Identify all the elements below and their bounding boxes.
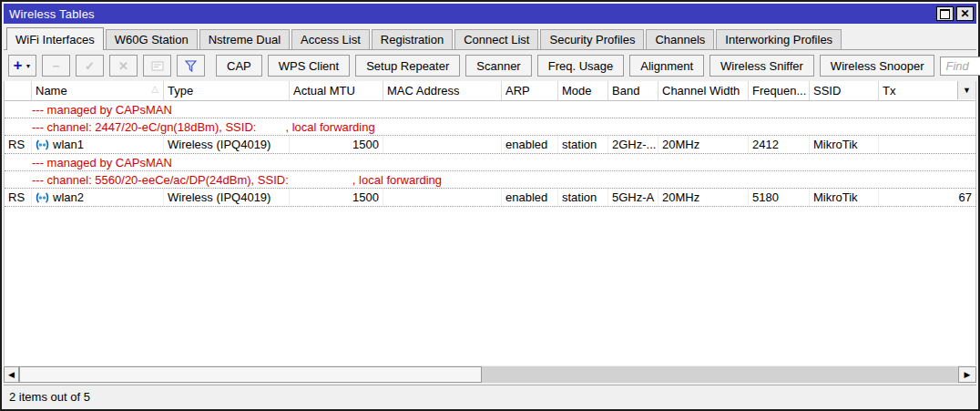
alignment-button[interactable]: Alignment [629, 55, 704, 77]
status-bar: 2 items out of 5 [4, 385, 976, 407]
cap-button[interactable]: CAP [216, 55, 262, 77]
table-body: --- managed by CAPsMAN--- channel: 2447/… [5, 101, 975, 207]
tab-channels[interactable]: Channels [646, 29, 714, 49]
comment-icon [151, 61, 164, 71]
note-text: --- managed by CAPsMAN [32, 103, 172, 117]
column-header-flags[interactable] [5, 81, 32, 100]
toolbar-text-buttons: CAPWPS ClientSetup RepeaterScannerFreq. … [216, 55, 934, 77]
tab-bar: WiFi InterfacesW60G StationNstreme DualA… [4, 24, 976, 50]
note-text: --- channel: 2447/20-eC/gn(18dBm), SSID: [32, 120, 256, 134]
close-button[interactable]: ✕ [956, 6, 974, 21]
column-header-frequen[interactable]: Frequen... [749, 81, 810, 100]
cell-actual-mtu: 1500 [290, 136, 383, 153]
title-bar[interactable]: Wireless Tables ✕ [4, 4, 976, 24]
cell-name: wlan2 [32, 189, 164, 206]
cell-mode: station [558, 189, 608, 206]
cell-frequen: 2412 [749, 136, 810, 153]
window-title: Wireless Tables [9, 7, 95, 21]
note-text: --- channel: 5560/20-eeCe/ac/DP(24dBm), … [32, 173, 289, 187]
capsman-note-row[interactable]: --- channel: 2447/20-eC/gn(18dBm), SSID:… [5, 118, 975, 136]
column-header-mac-address[interactable]: MAC Address [383, 81, 502, 100]
tab-interworking-profiles[interactable]: Interworking Profiles [716, 29, 842, 49]
cell-type: Wireless (IPQ4019) [164, 136, 290, 153]
cell-channel-width: 20MHz [658, 189, 749, 206]
cell-channel-width: 20MHz [658, 136, 749, 153]
interface-row-wlan1[interactable]: RS wlan1Wireless (IPQ4019)1500enabledsta… [5, 136, 975, 154]
tab-access-list[interactable]: Access List [291, 29, 370, 49]
tab-nstreme-dual[interactable]: Nstreme Dual [199, 29, 290, 49]
setup-repeater-button[interactable]: Setup Repeater [355, 55, 460, 77]
wps-client-button[interactable]: WPS Client [268, 55, 350, 77]
cell-mac-address [383, 189, 502, 206]
dropdown-caret-icon: ▼ [26, 63, 32, 69]
capsman-note-row[interactable]: --- channel: 5560/20-eeCe/ac/DP(24dBm), … [5, 171, 975, 189]
scroll-right-button[interactable]: ▶ [958, 366, 976, 383]
table-empty-area[interactable] [5, 207, 975, 365]
cell-actual-mtu: 1500 [290, 189, 383, 206]
column-header-channel-width[interactable]: Channel Width [658, 81, 749, 100]
cell-tx: 67 [879, 189, 975, 206]
wireless-tables-window: Wireless Tables ✕ WiFi InterfacesW60G St… [0, 0, 980, 411]
comment-button[interactable] [143, 55, 171, 77]
cell-frequen: 5180 [749, 189, 810, 206]
sort-ascending-icon: △ [151, 85, 158, 94]
x-icon: ✕ [118, 60, 128, 72]
close-icon: ✕ [960, 8, 969, 19]
column-header-mode[interactable]: Mode [558, 81, 608, 100]
cell-arp: enabled [502, 136, 558, 153]
scroll-left-button[interactable]: ◀ [4, 366, 19, 383]
column-header-arp[interactable]: ARP [502, 81, 558, 100]
cell-ssid: MikroTik [810, 189, 879, 206]
scanner-button[interactable]: Scanner [465, 55, 531, 77]
capsman-note-row[interactable]: --- managed by CAPsMAN [5, 154, 975, 171]
cell-type: Wireless (IPQ4019) [164, 189, 290, 206]
find-input[interactable] [940, 57, 980, 76]
tab-w60g-station[interactable]: W60G Station [106, 29, 198, 49]
note-text: --- managed by CAPsMAN [32, 156, 172, 170]
cell-band: 5GHz-A [608, 189, 658, 206]
column-header-band[interactable]: Band [608, 81, 658, 100]
tab-registration[interactable]: Registration [372, 29, 453, 49]
column-header-ssid[interactable]: SSID [810, 81, 879, 100]
column-header-name[interactable]: Name△ [32, 81, 164, 100]
horizontal-scrollbar[interactable]: ◀ ▶ [4, 366, 976, 383]
add-interface-button[interactable]: + ▼ [8, 55, 36, 77]
note-text: , local forwarding [352, 173, 442, 187]
column-header-type[interactable]: Type [164, 81, 290, 100]
interface-row-wlan2[interactable]: RS wlan2Wireless (IPQ4019)1500enabledsta… [5, 189, 975, 207]
cell-flags: RS [5, 189, 32, 206]
cell-arp: enabled [502, 189, 558, 206]
tab-wifi-interfaces[interactable]: WiFi Interfaces [6, 27, 104, 50]
wireless-interface-icon [36, 192, 49, 203]
remove-button[interactable]: − [42, 55, 70, 77]
interface-table: Name△TypeActual MTUMAC AddressARPModeBan… [4, 81, 976, 365]
wireless-interface-icon [36, 139, 49, 150]
wireless-snooper-button[interactable]: Wireless Snooper [820, 55, 935, 77]
cell-tx [879, 136, 975, 153]
freq-usage-button[interactable]: Freq. Usage [537, 55, 625, 77]
arrow-left-icon: ◀ [8, 371, 15, 379]
filter-button[interactable] [177, 55, 205, 77]
toolbar: + ▼ − ✓ ✕ CAPWPS ClientSetup RepeaterSca… [4, 50, 976, 81]
maximize-icon [940, 9, 950, 19]
disable-button[interactable]: ✕ [109, 55, 138, 77]
cell-ssid: MikroTik [810, 136, 879, 153]
column-menu-button[interactable]: ▼ [957, 81, 975, 99]
column-header-actual-mtu[interactable]: Actual MTU [290, 81, 383, 100]
capsman-note-row[interactable]: --- managed by CAPsMAN [5, 101, 975, 118]
cell-mode: station [558, 136, 608, 153]
wireless-sniffer-button[interactable]: Wireless Sniffer [709, 55, 814, 77]
cell-mac-address [383, 136, 502, 153]
note-text: , local forwarding [285, 120, 374, 134]
cell-flags: RS [5, 136, 32, 153]
plus-icon: + [14, 57, 23, 73]
minus-icon: − [53, 60, 60, 72]
maximize-button[interactable] [936, 6, 954, 21]
check-icon: ✓ [85, 60, 95, 72]
tab-security-profiles[interactable]: Security Profiles [540, 29, 644, 49]
cell-band: 2GHz-... [608, 136, 658, 153]
scrollbar-thumb[interactable] [19, 366, 482, 383]
table-header: Name△TypeActual MTUMAC AddressARPModeBan… [5, 81, 975, 101]
tab-connect-list[interactable]: Connect List [454, 29, 538, 49]
enable-button[interactable]: ✓ [76, 55, 104, 77]
